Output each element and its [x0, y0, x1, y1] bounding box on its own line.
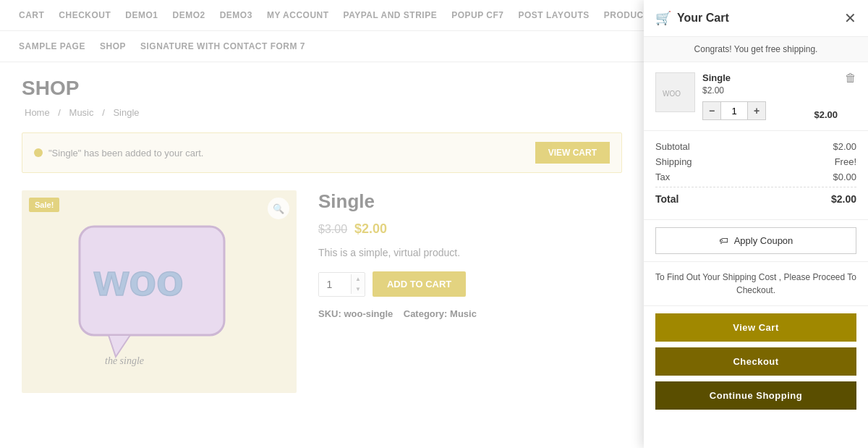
- product-title: Single: [318, 190, 622, 213]
- sku-label: SKU:: [318, 308, 341, 319]
- qty-arrows: ▲ ▼: [351, 274, 365, 294]
- cart-item-line-price: $2.00: [814, 109, 838, 120]
- cart-totals: Subtotal $2.00 Shipping Free! Tax $0.00 …: [644, 131, 868, 220]
- nav-sample-page[interactable]: SAMPLE PAGE: [12, 31, 93, 62]
- cart-title: Your Cart: [677, 12, 729, 25]
- svg-text:woo: woo: [93, 255, 184, 305]
- quantity-input[interactable]: [319, 273, 351, 296]
- breadcrumb: Home / Music / Single: [22, 107, 622, 118]
- qty-down-button[interactable]: ▼: [352, 284, 365, 295]
- cart-actions: View Cart Checkout Continue Shopping: [644, 306, 868, 407]
- view-cart-button[interactable]: View Cart: [655, 313, 856, 342]
- nav-demo2[interactable]: DEMO2: [166, 0, 213, 30]
- coupon-icon: 🏷: [719, 235, 728, 246]
- nav-demo1[interactable]: DEMO1: [118, 0, 165, 30]
- nav-post-layouts[interactable]: POST LAYOUTS: [511, 0, 597, 30]
- cart-item-image: WOO: [655, 72, 695, 112]
- cart-qty-input[interactable]: [721, 101, 747, 120]
- subtotal-row: Subtotal $2.00: [655, 141, 856, 152]
- shipping-value: Free!: [835, 156, 856, 167]
- product-section: Sale! 🔍 woo the single Single: [22, 190, 622, 393]
- cart-item-details: Single $2.00 − +: [702, 72, 807, 120]
- cart-item: WOO Single $2.00 − + $2.00 🗑: [644, 62, 868, 131]
- nav-signature-contact[interactable]: SIGNATURE WITH CONTACT FORM 7: [133, 31, 312, 62]
- cart-qty-plus-button[interactable]: +: [747, 101, 766, 120]
- tax-row: Tax $0.00: [655, 172, 856, 182]
- notification-bar: "Single" has been added to your cart. Vi…: [22, 132, 622, 173]
- free-shipping-notice: Congrats! You get free shipping.: [644, 37, 868, 62]
- cart-header-left: 🛒 Your Cart: [655, 10, 729, 26]
- cart-qty-minus-button[interactable]: −: [702, 101, 721, 120]
- nav-popup-cf7[interactable]: POPUP CF7: [444, 0, 511, 30]
- zoom-icon[interactable]: 🔍: [268, 198, 289, 219]
- notification-view-cart-button[interactable]: View cart: [535, 142, 610, 164]
- cart-item-delete-button[interactable]: 🗑: [845, 72, 856, 84]
- shipping-message: To Find Out Your Shipping Cost , Please …: [644, 262, 868, 306]
- sale-badge: Sale!: [29, 198, 59, 212]
- breadcrumb-home[interactable]: Home: [25, 107, 50, 118]
- shipping-label: Shipping: [655, 156, 692, 167]
- old-price: $3.00: [318, 223, 347, 236]
- breadcrumb-sep1: /: [58, 107, 61, 118]
- nav-demo3[interactable]: DEMO3: [213, 0, 260, 30]
- qty-add-row: ▲ ▼ Add to cart: [318, 271, 622, 297]
- product-price: $3.00 $2.00: [318, 221, 622, 237]
- tax-label: Tax: [655, 172, 670, 182]
- notification-dot: [34, 148, 43, 157]
- breadcrumb-music[interactable]: Music: [69, 107, 94, 118]
- nav-cart[interactable]: CART: [12, 0, 51, 30]
- qty-up-button[interactable]: ▲: [352, 274, 365, 284]
- category-label: Category:: [404, 308, 448, 319]
- total-value: $2.00: [831, 193, 856, 205]
- product-image-wrap: Sale! 🔍 woo the single: [22, 190, 297, 393]
- apply-coupon-button[interactable]: 🏷 Apply Coupon: [655, 227, 856, 254]
- cart-sidebar: 🛒 Your Cart ✕ Congrats! You get free shi…: [644, 0, 868, 407]
- sku-value: woo-single: [344, 308, 393, 319]
- total-label: Total: [655, 193, 678, 205]
- notification-text: "Single" has been added to your cart.: [34, 148, 203, 159]
- apply-coupon-section: 🏷 Apply Coupon: [644, 220, 868, 262]
- cart-item-name: Single: [702, 72, 807, 83]
- product-image: woo the single: [22, 190, 297, 393]
- nav-checkout[interactable]: CHECKOUT: [51, 0, 118, 30]
- category-value[interactable]: Music: [450, 308, 477, 319]
- total-row: Total $2.00: [655, 187, 856, 205]
- product-svg: woo the single: [65, 212, 253, 371]
- product-info: Single $3.00 $2.00 This is a simple, vir…: [318, 190, 622, 319]
- checkout-button[interactable]: Checkout: [655, 347, 856, 376]
- product-meta: SKU: woo-single Category: Music: [318, 308, 622, 319]
- cart-item-qty-row: − +: [702, 101, 807, 120]
- subtotal-label: Subtotal: [655, 141, 690, 152]
- add-to-cart-button[interactable]: Add to cart: [373, 271, 466, 297]
- breadcrumb-sep2: /: [102, 107, 105, 118]
- svg-marker-1: [109, 335, 130, 357]
- shipping-row: Shipping Free!: [655, 156, 856, 167]
- nav-my-account[interactable]: MY ACCOUNT: [260, 0, 336, 30]
- notification-message: "Single" has been added to your cart.: [48, 148, 203, 159]
- quantity-wrapper: ▲ ▼: [318, 272, 365, 297]
- breadcrumb-single: Single: [113, 107, 139, 118]
- product-description: This is a simple, virtual product.: [318, 247, 622, 258]
- tax-value: $0.00: [833, 172, 856, 182]
- subtotal-value: $2.00: [833, 141, 856, 152]
- new-price: $2.00: [354, 221, 387, 237]
- cart-header: 🛒 Your Cart ✕: [644, 0, 868, 37]
- apply-coupon-label: Apply Coupon: [734, 235, 793, 246]
- nav-paypal-stripe[interactable]: PAYPAL AND STRIPE: [336, 0, 445, 30]
- cart-item-price: $2.00: [702, 85, 807, 96]
- svg-text:the single: the single: [105, 355, 144, 366]
- cart-close-button[interactable]: ✕: [844, 11, 856, 25]
- continue-shopping-button[interactable]: Continue Shopping: [655, 381, 856, 407]
- page-title: SHOP: [22, 77, 622, 100]
- main-content: SHOP Home / Music / Single "Single" has …: [0, 62, 644, 407]
- cart-header-icon: 🛒: [655, 10, 671, 26]
- nav-shop[interactable]: SHOP: [93, 31, 133, 62]
- svg-text:WOO: WOO: [663, 90, 681, 98]
